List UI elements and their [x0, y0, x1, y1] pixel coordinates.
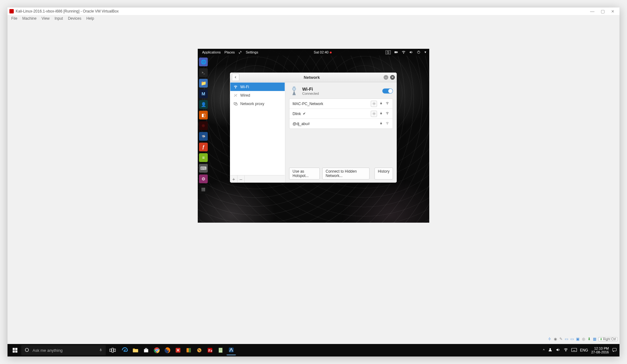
- vb-menu-help[interactable]: Help: [84, 16, 97, 21]
- panel-menu-places[interactable]: Places: [222, 50, 237, 54]
- network-row[interactable]: Dlink ✔: [289, 109, 393, 119]
- vb-menu-input[interactable]: Input: [52, 16, 66, 21]
- svg-rect-43: [189, 348, 191, 352]
- taskbar-firefox[interactable]: [163, 346, 172, 355]
- dock-burp[interactable]: ◧: [199, 111, 208, 119]
- window-minimize-button[interactable]: –: [384, 75, 388, 80]
- tray-people-icon[interactable]: [548, 347, 553, 353]
- vb-menu-view[interactable]: View: [39, 16, 52, 21]
- network-row[interactable]: @dj_abu#: [289, 119, 393, 129]
- wifi-toggle[interactable]: [382, 88, 393, 94]
- window-close-button[interactable]: ✕: [608, 9, 618, 14]
- dock-gedit[interactable]: ⌨: [199, 164, 208, 173]
- vb-mouse-icon[interactable]: ⬇: [587, 337, 591, 341]
- taskbar-explorer[interactable]: [131, 346, 140, 355]
- wifi-icon[interactable]: [401, 50, 406, 54]
- remove-connection-button[interactable]: –: [237, 175, 245, 182]
- dock-iceweasel[interactable]: 🌐: [199, 58, 208, 66]
- vb-menu-machine[interactable]: Machine: [20, 16, 39, 21]
- svg-rect-31: [100, 348, 101, 350]
- svg-rect-57: [613, 348, 616, 351]
- panel-menu-settings[interactable]: Settings: [237, 50, 260, 54]
- tray-action-center-icon[interactable]: [612, 347, 617, 353]
- tray-language[interactable]: ENG: [580, 348, 588, 352]
- task-view-button[interactable]: [108, 345, 118, 355]
- vb-features-icon[interactable]: ▦: [593, 337, 597, 341]
- svg-point-20: [387, 104, 387, 104]
- taskbar-app-red[interactable]: [173, 346, 183, 355]
- camera-icon[interactable]: [394, 50, 398, 54]
- tray-overflow-icon[interactable]: ^: [543, 348, 545, 352]
- lock-icon: [380, 101, 383, 106]
- tray-network-icon[interactable]: [563, 347, 568, 353]
- taskbar-chrome[interactable]: [152, 346, 161, 355]
- signal-icon: [385, 101, 390, 106]
- network-settings-button[interactable]: [371, 101, 377, 107]
- panel-dropdown-icon[interactable]: ▼: [424, 51, 427, 54]
- dock-notes[interactable]: ≡: [199, 153, 208, 162]
- vb-menu-devices[interactable]: Devices: [65, 16, 84, 21]
- vb-cd-icon[interactable]: ◉: [553, 337, 558, 341]
- dock-metasploit[interactable]: M: [199, 89, 208, 98]
- vb-usb-icon[interactable]: ✎: [559, 337, 563, 341]
- cortana-search[interactable]: Ask me anything: [21, 345, 106, 355]
- window-close-button[interactable]: ✕: [390, 75, 395, 80]
- tray-volume-icon[interactable]: [556, 347, 560, 353]
- hotspot-button[interactable]: Use as Hotspot...: [289, 168, 320, 179]
- panel-clock[interactable]: Sat 02:40: [260, 50, 385, 54]
- dock-terminal[interactable]: >_: [199, 68, 208, 77]
- vb-menu-file[interactable]: File: [9, 16, 20, 21]
- guest-display[interactable]: Applications Places Settings Sat 02:40 1…: [198, 49, 429, 223]
- taskbar-notepad[interactable]: [216, 346, 225, 355]
- hidden-network-button[interactable]: Connect to Hidden Network...: [322, 168, 370, 179]
- dock-files[interactable]: 📁: [199, 79, 208, 88]
- lock-icon: [380, 111, 383, 116]
- dock-misc[interactable]: ❋: [199, 121, 208, 130]
- vb-recording-icon[interactable]: ◎: [581, 337, 586, 341]
- taskbar-app-misc[interactable]: [195, 346, 204, 355]
- vb-display-icon[interactable]: ▣: [576, 337, 580, 341]
- power-icon[interactable]: [416, 50, 421, 54]
- taskbar-app-orange[interactable]: [184, 346, 193, 355]
- dock-wireshark[interactable]: 🦈: [199, 132, 208, 141]
- window-maximize-button[interactable]: ▢: [598, 9, 608, 14]
- tray-keyboard-icon[interactable]: [571, 348, 577, 353]
- network-settings-button[interactable]: [371, 111, 377, 117]
- sidebar-item-label: Wi-Fi: [240, 85, 249, 89]
- connected-check-icon: ✔: [303, 112, 306, 116]
- svg-rect-17: [294, 90, 295, 91]
- taskbar-filezilla[interactable]: Fz: [205, 346, 215, 355]
- mic-icon[interactable]: [99, 347, 103, 353]
- svg-rect-24: [380, 123, 382, 124]
- history-button[interactable]: History: [375, 168, 393, 179]
- dock-maltego[interactable]: ƒ: [199, 143, 208, 151]
- vb-net-icon[interactable]: ▭: [564, 337, 569, 341]
- sidebar-item-proxy[interactable]: Network proxy: [230, 99, 285, 108]
- taskbar-edge[interactable]: [120, 346, 130, 355]
- network-name: @dj_abu#: [293, 122, 310, 126]
- start-button[interactable]: [10, 345, 20, 355]
- dock-show-apps[interactable]: [199, 185, 208, 194]
- taskbar-virtualbox[interactable]: [227, 345, 236, 355]
- sidebar-item-wired[interactable]: Wired: [230, 91, 285, 99]
- panel-menu-applications[interactable]: Applications: [200, 50, 222, 54]
- workspace-indicator[interactable]: 1: [385, 50, 391, 54]
- back-button[interactable]: [232, 73, 239, 81]
- svg-rect-22: [380, 113, 382, 114]
- kali-dock: 🌐 >_ 📁 M 👤 ◧ ❋ 🦈 ƒ ≡ ⌨ ⚙: [199, 58, 208, 194]
- network-row[interactable]: MAC-PC_Network: [289, 99, 393, 109]
- volume-icon[interactable]: [409, 50, 413, 54]
- add-connection-button[interactable]: +: [230, 175, 237, 182]
- svg-rect-26: [13, 348, 15, 350]
- vb-hdd-icon[interactable]: ◊: [548, 337, 552, 341]
- vb-hostkey[interactable]: ⬇ Right Ctrl: [598, 337, 618, 341]
- taskbar-store[interactable]: [141, 346, 151, 355]
- tray-clock[interactable]: 12:10 PM 27-08-2016: [591, 346, 609, 354]
- recording-icon: [330, 52, 332, 53]
- dock-tweaks[interactable]: ⚙: [199, 174, 208, 183]
- dock-armitage[interactable]: 👤: [199, 100, 208, 109]
- window-minimize-button[interactable]: —: [587, 9, 598, 14]
- sidebar-item-wifi[interactable]: Wi-Fi: [230, 83, 285, 91]
- vb-shared-icon[interactable]: ▭: [570, 337, 574, 341]
- svg-point-51: [549, 348, 551, 350]
